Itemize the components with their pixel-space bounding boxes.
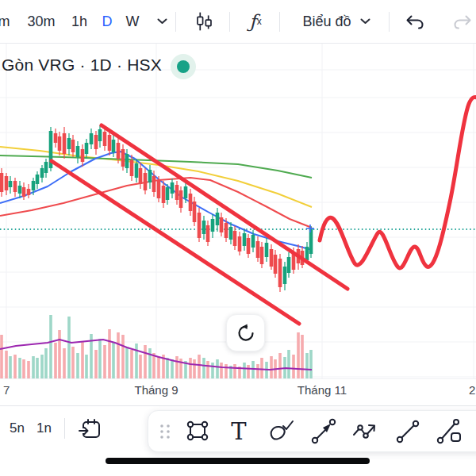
range-1y-button[interactable]: 1n: [36, 420, 52, 436]
drag-handle[interactable]: [151, 417, 179, 446]
volume-bar: [76, 353, 79, 378]
volume-bar: [287, 350, 290, 378]
volume-bar: [135, 344, 138, 378]
candle-body: [184, 186, 188, 198]
fx-f-glyph: ƒ: [249, 11, 256, 32]
candle-body: [171, 182, 175, 194]
volume-bar: [297, 332, 300, 378]
candle-body: [18, 186, 22, 194]
candle-body: [148, 170, 152, 182]
candle-body: [36, 175, 40, 184]
polyline-arrow-tool-icon[interactable]: [351, 417, 380, 446]
range-5y-button[interactable]: 5n: [10, 420, 25, 436]
candle-body: [5, 176, 9, 190]
candle-body: [238, 236, 242, 251]
volume-bar: [301, 335, 304, 378]
volume-bar: [0, 335, 3, 378]
volume-bar: [305, 353, 309, 378]
toolbar-separator: [389, 12, 390, 32]
volume-bar: [166, 358, 169, 378]
calendar-goto-icon: [78, 417, 102, 441]
chart-menu-button[interactable]: Biểu đồ: [295, 0, 359, 43]
undo-icon[interactable]: [401, 0, 427, 43]
home-indicator: [106, 458, 370, 464]
candle-body: [229, 227, 233, 240]
candle-body: [270, 249, 274, 267]
interval-1d[interactable]: D: [100, 0, 114, 43]
rotate-reset-icon: [236, 324, 255, 343]
candlestick-style-icon[interactable]: [190, 0, 218, 43]
candle-body: [44, 162, 48, 173]
candle-body: [225, 223, 228, 238]
candle-body: [216, 213, 220, 225]
text-tool-glyph: T: [231, 420, 246, 443]
rectangle-tool-icon[interactable]: [183, 417, 212, 446]
brush-tool-icon[interactable]: [267, 417, 296, 446]
volume-bar: [216, 359, 219, 378]
candle-body: [85, 143, 89, 154]
chart-menu-chevron-down-icon[interactable]: [359, 0, 371, 43]
candle-body: [206, 225, 210, 242]
volume-bar: [144, 345, 147, 378]
volume-bar: [139, 355, 142, 378]
drawing-tool-panel: T: [148, 410, 476, 452]
symbol-title[interactable]: Gòn VRG · 1D · HSX: [2, 56, 162, 75]
candle-body: [40, 168, 44, 178]
candle-body: [13, 181, 17, 192]
candle-body: [193, 202, 197, 222]
interval-1w[interactable]: W: [123, 0, 142, 43]
candle-body: [198, 213, 202, 238]
volume-bar: [130, 350, 133, 378]
candle-body: [220, 217, 224, 232]
volume-bar: [63, 348, 66, 378]
volume-bar: [27, 361, 30, 378]
candle-body: [247, 238, 251, 254]
text-tool-icon[interactable]: T: [225, 417, 253, 446]
candle-body: [189, 194, 193, 211]
candle-body: [243, 233, 247, 246]
ray-tool-icon[interactable]: [436, 417, 464, 446]
candle-body: [283, 267, 287, 284]
candle-body: [32, 181, 36, 190]
axis-divider: [0, 378, 476, 379]
volume-bar: [175, 356, 178, 378]
candle-body: [305, 247, 309, 260]
volume-bar: [44, 348, 48, 378]
reset-chart-button[interactable]: [226, 314, 265, 351]
interval-1h[interactable]: 1h: [68, 0, 90, 43]
arrow-tool-icon[interactable]: [309, 417, 338, 446]
candle-body: [9, 181, 13, 187]
candle-body: [125, 154, 129, 168]
candle-body: [139, 168, 143, 184]
candle-body: [152, 176, 156, 192]
volume-bar: [5, 351, 8, 378]
hand-drawn-curve: [320, 97, 476, 268]
candle-body: [157, 181, 161, 198]
goto-date-button[interactable]: [78, 417, 102, 441]
volume-bar: [13, 355, 17, 378]
candle-body: [179, 190, 183, 208]
interval-30m[interactable]: 30m: [24, 0, 59, 43]
redo-icon[interactable]: [451, 0, 476, 43]
volume-bar: [202, 358, 205, 378]
trend-line-tool-icon[interactable]: [393, 417, 422, 446]
volume-bar: [32, 356, 35, 378]
fx-x-glyph: x: [257, 16, 262, 27]
toolbar-separator: [279, 12, 280, 32]
volume-bar: [309, 350, 313, 378]
volume-bar: [22, 359, 25, 378]
indicators-fx-icon[interactable]: ƒx: [240, 0, 271, 43]
volume-bar: [58, 330, 61, 378]
volume-bar: [171, 359, 174, 378]
interval-15m[interactable]: m: [0, 0, 13, 43]
candle-body: [175, 185, 179, 200]
volume-bar: [121, 335, 125, 378]
x-axis-label: 7: [3, 383, 10, 397]
volume-bar: [54, 343, 57, 378]
candle-body: [27, 189, 31, 195]
x-axis-label: Tháng 9: [134, 383, 178, 397]
candle-body: [58, 136, 62, 151]
volume-bar: [98, 339, 102, 378]
interval-chevron-down-icon[interactable]: [155, 0, 168, 43]
candle-body: [90, 133, 94, 144]
